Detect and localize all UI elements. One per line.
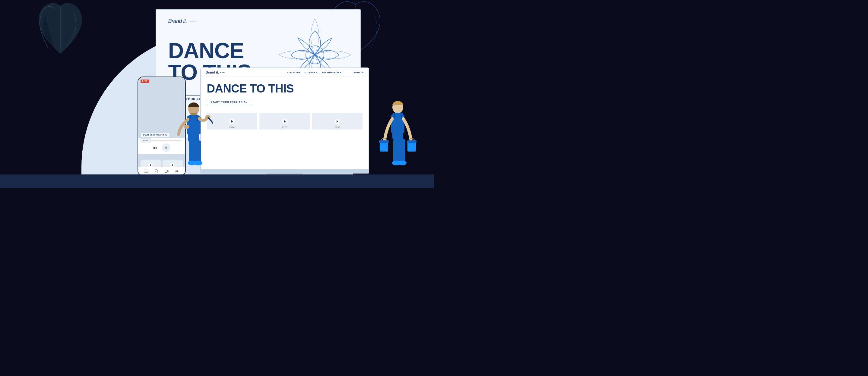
laptop-content: DANCE TO THIS START YOUR FREE TRIAL 23:0…	[201, 77, 369, 136]
live-badge: LIVE	[141, 79, 150, 83]
nav-signin[interactable]: SIGN IN	[353, 71, 364, 74]
floor-strip	[0, 174, 434, 188]
laptop-nav-logo: Brand it. ~~~	[206, 70, 281, 74]
svg-rect-1	[145, 170, 148, 170]
thumb-time-2: 23:00	[282, 126, 287, 128]
svg-rect-24	[394, 113, 402, 122]
laptop-headline: DANCE TO THIS	[207, 83, 363, 94]
nav-classes[interactable]: CLASSES	[305, 71, 317, 74]
laptop-nav: Brand it. ~~~ CATALOG CLASSES INSTRUCROR…	[201, 68, 369, 77]
laptop-nav-items: CATALOG CLASSES INSTRUCRORS	[287, 71, 341, 74]
svg-point-4	[155, 170, 157, 172]
play-triangle-3	[337, 120, 338, 123]
video-thumb-2: 23:00	[259, 113, 310, 130]
svg-rect-3	[145, 172, 148, 173]
play-button-3[interactable]	[335, 119, 340, 124]
phone-play-tri-2	[172, 164, 174, 166]
svg-rect-28	[407, 140, 416, 143]
scene: Brand it. ~~~ DANCE	[0, 0, 434, 188]
hamburger-icon[interactable]	[144, 169, 148, 173]
play-button-1[interactable]	[229, 119, 235, 124]
thumb-time-1: 23:00	[229, 126, 235, 128]
svg-rect-16	[195, 140, 201, 163]
svg-rect-12	[190, 115, 197, 125]
character-left	[174, 92, 213, 176]
phone-cta-button[interactable]: START YOUR FREE TRIAL	[141, 133, 170, 137]
laptop-video-row: 23:00 23:00 23:00	[207, 113, 363, 130]
svg-rect-27	[407, 142, 416, 151]
play-triangle-1	[231, 120, 233, 123]
nav-instructors[interactable]: INSTRUCRORS	[322, 71, 341, 74]
svg-rect-30	[399, 139, 405, 163]
video-thumb-3: 23:00	[312, 113, 363, 130]
svg-point-13	[184, 125, 189, 129]
laptop-cta-button[interactable]: START YOUR FREE TRIAL	[207, 99, 251, 105]
svg-rect-6	[165, 170, 167, 172]
svg-line-5	[157, 172, 158, 173]
nav-catalog[interactable]: CATALOG	[287, 71, 300, 74]
video-icon[interactable]	[165, 169, 169, 173]
svg-point-32	[398, 161, 407, 165]
play-triangle-2	[284, 120, 286, 123]
character-right	[377, 92, 419, 176]
phone-next-button[interactable]: NEXT	[141, 138, 151, 142]
svg-marker-7	[168, 170, 169, 172]
thumb-time-3: 23:00	[335, 126, 340, 128]
video-thumb-1: 23:00	[207, 113, 257, 130]
poster-logo: Brand it. ~~~	[168, 18, 197, 24]
phone-play-1[interactable]	[148, 163, 153, 167]
laptop-base	[200, 170, 369, 174]
svg-rect-25	[380, 142, 388, 151]
svg-point-18	[194, 161, 203, 165]
phone-pause-button[interactable]: ⏸	[162, 143, 170, 152]
svg-rect-15	[189, 140, 195, 163]
search-icon[interactable]	[154, 169, 159, 173]
phone-prev-button[interactable]: ⏮	[153, 145, 157, 150]
svg-rect-29	[393, 139, 399, 163]
phone-play-tri-1	[150, 164, 151, 166]
play-button-2[interactable]	[282, 119, 287, 124]
leaf-decoration-left	[30, 0, 91, 60]
laptop: Brand it. ~~~ CATALOG CLASSES INSTRUCROR…	[200, 67, 369, 176]
headline-line1: DANCE	[168, 40, 251, 62]
poster-logo-text: Brand it.	[168, 18, 187, 24]
svg-rect-2	[145, 171, 148, 171]
svg-rect-26	[379, 140, 389, 143]
laptop-screen: Brand it. ~~~ CATALOG CLASSES INSTRUCROR…	[200, 67, 369, 170]
laptop-logo-text: Brand it.	[206, 70, 219, 74]
